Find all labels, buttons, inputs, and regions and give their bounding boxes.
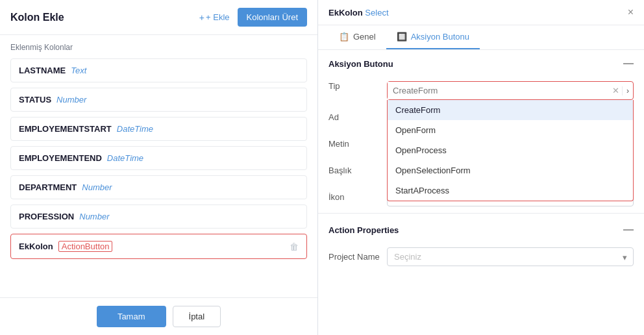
- genel-tab-label: Genel: [353, 32, 376, 42]
- column-type: DateTime: [117, 124, 153, 134]
- close-icon[interactable]: ×: [628, 6, 634, 18]
- tip-container: ✕ › CreateForm OpenForm OpenProcess Open…: [387, 81, 634, 100]
- right-panel-title: EkKolon Select: [328, 8, 389, 18]
- left-header: Kolon Ekle + + Ekle Kolonları Üret: [0, 0, 317, 35]
- ad-label: Ad: [328, 112, 387, 122]
- column-left: EMPLOYEMENTENDDateTime: [19, 153, 143, 163]
- aksiyon-section-title: Aksiyon Butonu: [328, 59, 393, 69]
- dropdown-item-openselectionform[interactable]: OpenSelectionForm: [388, 160, 633, 180]
- column-name: STATUS: [19, 95, 51, 105]
- column-left: EkKolonActionButton: [19, 241, 112, 252]
- add-button[interactable]: + + Ekle: [199, 12, 230, 23]
- column-row-profession[interactable]: PROFESSIONNumber: [10, 205, 307, 229]
- tip-label: Tip: [328, 81, 387, 91]
- right-title-sub: Select: [365, 8, 388, 18]
- tabs: 📋 Genel 🔲 Aksiyon Butonu: [318, 25, 644, 50]
- aksiyon-tab-icon: 🔲: [397, 32, 407, 42]
- right-panel: EkKolon Select × 📋 Genel 🔲 Aksiyon Buton…: [318, 0, 644, 335]
- left-panel: Kolon Ekle + + Ekle Kolonları Üret Eklen…: [0, 0, 318, 335]
- column-type: DateTime: [107, 153, 143, 163]
- column-name: EkKolon: [19, 242, 53, 251]
- column-row-lastname[interactable]: LASTNAMEText: [10, 58, 307, 82]
- right-header: EkKolon Select ×: [318, 0, 644, 25]
- tab-genel[interactable]: 📋 Genel: [328, 25, 386, 49]
- left-panel-title: Kolon Ekle: [10, 12, 64, 23]
- dropdown-item-createform[interactable]: CreateForm: [388, 100, 633, 120]
- plus-icon: +: [199, 12, 204, 23]
- section-label: Eklenmiş Kolonlar: [10, 43, 307, 52]
- right-title-main: EkKolon: [328, 8, 363, 18]
- column-type: Number: [82, 182, 112, 192]
- dropdown-item-startaprocess[interactable]: StartAProcess: [388, 180, 633, 201]
- tip-input[interactable]: [388, 82, 610, 99]
- kolonlar-uret-button[interactable]: Kolonları Üret: [238, 8, 307, 27]
- aksiyon-tab-label: Aksiyon Butonu: [411, 32, 469, 42]
- aksiyon-collapse-icon[interactable]: —: [623, 58, 634, 69]
- column-row-ekkolon[interactable]: EkKolonActionButton🗑: [10, 234, 307, 259]
- dropdown-item-openprocess[interactable]: OpenProcess: [388, 140, 633, 160]
- action-properties-header: Action Properties —: [318, 216, 644, 243]
- add-label: + Ekle: [206, 12, 230, 22]
- left-body: Eklenmiş Kolonlar LASTNAMETextSTATUSNumb…: [0, 35, 317, 297]
- left-footer: Tamam İptal: [0, 297, 317, 335]
- dropdown-item-openform[interactable]: OpenForm: [388, 120, 633, 140]
- column-type: Number: [79, 212, 109, 221]
- baslik-label: Başlık: [328, 166, 387, 175]
- tip-arrow-icon[interactable]: ›: [622, 86, 633, 95]
- columns-list: LASTNAMETextSTATUSNumberEMPLOYEMENTSTART…: [10, 58, 307, 259]
- iptal-button[interactable]: İptal: [173, 306, 221, 327]
- tip-input-wrap: ✕ ›: [387, 81, 634, 100]
- tip-dropdown-list: CreateForm OpenForm OpenProcess OpenSele…: [387, 100, 634, 201]
- column-type: ActionButton: [58, 241, 113, 252]
- genel-tab-icon: 📋: [339, 32, 349, 42]
- right-body: Aksiyon Butonu — Tip ✕ › CreateForm Open…: [318, 50, 644, 335]
- tip-row: Tip ✕ › CreateForm OpenForm OpenProcess …: [318, 77, 644, 104]
- column-row-status[interactable]: STATUSNumber: [10, 88, 307, 112]
- ikon-label: İkon: [328, 192, 387, 202]
- column-type: Text: [71, 66, 86, 75]
- action-properties-collapse-icon[interactable]: —: [623, 224, 634, 236]
- project-name-row: Project Name Seçiniz: [318, 243, 644, 270]
- project-name-select[interactable]: Seçiniz: [387, 247, 634, 266]
- column-type: Number: [56, 95, 86, 105]
- tip-clear-icon[interactable]: ✕: [610, 86, 622, 95]
- column-row-employementend[interactable]: EMPLOYEMENTENDDateTime: [10, 146, 307, 170]
- tamam-button[interactable]: Tamam: [97, 306, 166, 327]
- action-properties-title: Action Properties: [328, 225, 399, 235]
- column-left: STATUSNumber: [19, 95, 86, 105]
- aksiyon-section-header: Aksiyon Butonu —: [318, 50, 644, 77]
- column-name: DEPARTMENT: [19, 182, 77, 192]
- column-name: PROFESSION: [19, 212, 74, 221]
- tab-aksiyon-butonu[interactable]: 🔲 Aksiyon Butonu: [386, 25, 480, 49]
- column-name: LASTNAME: [19, 66, 66, 75]
- column-name: EMPLOYEMENTSTART: [19, 124, 112, 134]
- column-left: DEPARTMENTNumber: [19, 182, 112, 192]
- column-left: LASTNAMEText: [19, 66, 86, 75]
- column-left: PROFESSIONNumber: [19, 212, 110, 221]
- project-name-label: Project Name: [328, 252, 387, 262]
- metin-label: Metin: [328, 139, 387, 149]
- column-row-employementstart[interactable]: EMPLOYEMENTSTARTDateTime: [10, 117, 307, 141]
- trash-icon[interactable]: 🗑: [290, 242, 299, 252]
- column-row-department[interactable]: DEPARTMENTNumber: [10, 175, 307, 199]
- section-divider: [318, 213, 644, 214]
- column-left: EMPLOYEMENTSTARTDateTime: [19, 124, 153, 134]
- project-name-value: Seçiniz: [387, 247, 634, 266]
- column-name: EMPLOYEMENTEND: [19, 153, 102, 163]
